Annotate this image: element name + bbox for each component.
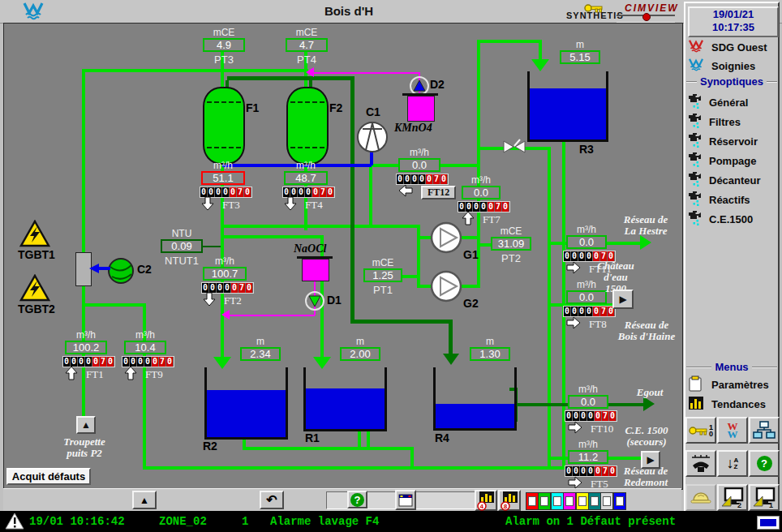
totalizer-counter: 0000070 bbox=[565, 466, 617, 477]
sidebar-item-pompage[interactable]: Pompage bbox=[688, 152, 779, 169]
meter-unit: m³/h bbox=[462, 174, 501, 186]
meter-tag: PT1 bbox=[363, 284, 402, 296]
meter-value: 1.30 bbox=[470, 347, 510, 361]
palette-color-7[interactable] bbox=[613, 492, 626, 510]
meter-PT3: mCE4.9PT3 bbox=[203, 27, 245, 80]
key-io-button[interactable]: 10 bbox=[685, 417, 716, 444]
acquit-defauts-button[interactable]: Acquit défauts bbox=[6, 468, 91, 485]
water-level bbox=[436, 404, 514, 428]
palette-color-2[interactable] bbox=[551, 492, 564, 510]
palette-color-4[interactable] bbox=[576, 492, 589, 510]
palette-color-0[interactable] bbox=[526, 492, 539, 510]
meter-tag: PT2 bbox=[491, 252, 531, 264]
troupette-button[interactable]: ▲ bbox=[76, 416, 96, 434]
phone-button[interactable] bbox=[685, 450, 716, 477]
sidebar-item-r-servoir-icon bbox=[688, 133, 702, 150]
status-count: 1 bbox=[242, 515, 248, 528]
sidebar-item-filtres[interactable]: Filtres bbox=[688, 113, 779, 131]
flow-up-icon bbox=[65, 366, 78, 380]
meter-FT2: m³/h100.70000070FT2 bbox=[203, 255, 247, 309]
flow-direction-icon bbox=[566, 261, 581, 277]
sidebar-item-r-servoir[interactable]: Réservoir bbox=[688, 132, 779, 150]
label-KMnO4: KMnO4 bbox=[394, 122, 432, 135]
sidebar-item-tendances[interactable]: Tendances bbox=[688, 395, 779, 413]
meter-tag: FT2 bbox=[224, 294, 242, 307]
note-troupette: Troupettepuits P2 bbox=[54, 436, 115, 459]
electric-warning-icon bbox=[19, 274, 50, 302]
flow-right-icon bbox=[568, 421, 582, 434]
chem-tank-NaOCl bbox=[302, 259, 329, 281]
sidebar-item-g-n-ral[interactable]: Général bbox=[688, 93, 779, 111]
palette-color-1[interactable] bbox=[538, 492, 551, 510]
sidebar-item-r-actifs[interactable]: Réactifs bbox=[688, 191, 779, 208]
sidebar-item-soignies[interactable]: Soignies bbox=[688, 57, 779, 75]
totalizer-counter: 0000070 bbox=[563, 306, 616, 317]
meter-unit: m³/h bbox=[65, 329, 107, 341]
meter-tag: FT1 bbox=[86, 368, 104, 381]
sidebar-item-sdg-ouest[interactable]: SDG Ouest bbox=[688, 38, 779, 56]
meter-FT4: m³/h48.70000070FT4 bbox=[284, 160, 328, 213]
network-button[interactable] bbox=[749, 417, 780, 444]
palette-color-3[interactable] bbox=[563, 492, 576, 510]
toolbar-help-button[interactable]: ? bbox=[347, 491, 367, 508]
label-D2: D2 bbox=[430, 78, 445, 91]
svg-text:2: 2 bbox=[737, 501, 741, 508]
meter-unit: m bbox=[560, 39, 600, 50]
meter-tag: FT9 bbox=[145, 368, 163, 381]
sites-button[interactable]: WW bbox=[717, 417, 748, 444]
sidebar-item-parametres[interactable]: Paramètres bbox=[688, 375, 779, 393]
level-meter-R1: m2.00 bbox=[340, 336, 380, 389]
sidebar-item-d-canteur[interactable]: Décanteur bbox=[688, 171, 779, 189]
cimview-slider bbox=[617, 15, 675, 23]
pipe bbox=[350, 320, 453, 324]
pipe bbox=[221, 225, 420, 228]
pipe bbox=[99, 267, 110, 270]
meter-unit: m³/h bbox=[566, 224, 607, 235]
undo-button[interactable]: ↶ bbox=[260, 491, 284, 509]
flow-down-icon bbox=[203, 292, 216, 307]
meter-value: 2.00 bbox=[340, 347, 380, 361]
pipe bbox=[143, 466, 565, 470]
chateau-button[interactable]: ▶ bbox=[612, 290, 634, 309]
redemont-button[interactable]: ▶ bbox=[641, 451, 660, 469]
ft12-button[interactable]: FT12 bbox=[421, 186, 456, 200]
window-select-button[interactable] bbox=[395, 490, 416, 510]
chem-tank-KMnO4 bbox=[407, 96, 435, 122]
sort-az-button[interactable]: ↓AZ bbox=[717, 450, 748, 477]
page-up-button[interactable]: ▲ bbox=[132, 491, 157, 509]
meter-value: 1.25 bbox=[363, 268, 402, 282]
meter-unit: m bbox=[470, 336, 510, 347]
screen2-button[interactable]: 2 bbox=[717, 484, 748, 511]
label-NaOCl: NaOCl bbox=[294, 242, 326, 255]
filter-vessel-F1 bbox=[203, 87, 245, 165]
sidebar-item-soignies-label: Soignies bbox=[711, 60, 755, 72]
trend-8-button[interactable]: 8 bbox=[498, 490, 521, 511]
pipe bbox=[143, 303, 146, 470]
help-button[interactable]: ? bbox=[749, 450, 780, 477]
status-time: 19/01 10:16:42 bbox=[29, 515, 125, 528]
app-logo-icon bbox=[23, 2, 44, 24]
meter-value: 0.0 bbox=[568, 395, 608, 409]
faucet-icon bbox=[688, 133, 702, 148]
flow-right-icon bbox=[566, 316, 581, 329]
status-zone: ZONE_02 bbox=[159, 515, 207, 528]
pipe bbox=[477, 40, 542, 43]
sidebar-item-c-e-1500[interactable]: C.E.1500 bbox=[688, 210, 779, 228]
meter-unit: m³/h bbox=[284, 160, 328, 171]
meter-unit: m³/h bbox=[124, 329, 166, 341]
meter-NTUT1: NTU0.09NTUT1 bbox=[161, 228, 203, 281]
palette-color-5[interactable] bbox=[588, 492, 601, 510]
svg-text:1: 1 bbox=[769, 501, 773, 508]
trend-4-button[interactable]: 4 bbox=[475, 490, 497, 511]
label-C1: C1 bbox=[366, 105, 380, 118]
pump-C2-icon bbox=[107, 257, 135, 288]
flow-direction-icon bbox=[566, 316, 581, 332]
valve-D1-icon bbox=[305, 291, 324, 314]
flow-direction-icon bbox=[462, 211, 475, 229]
meter-value: 2.34 bbox=[240, 347, 281, 361]
screen1-button[interactable]: 1 bbox=[749, 484, 780, 511]
page-title: Bois d'H bbox=[268, 4, 430, 18]
electric-warning-icon bbox=[19, 220, 50, 247]
palette-color-6[interactable] bbox=[600, 492, 613, 510]
faucet-icon bbox=[688, 114, 702, 128]
